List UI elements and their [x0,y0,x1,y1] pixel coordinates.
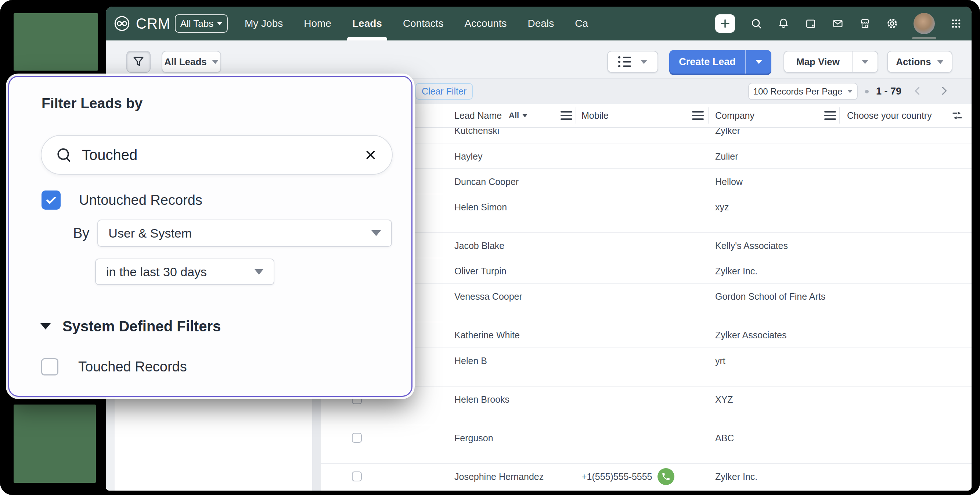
create-lead-dropdown[interactable] [746,50,772,73]
filter-panel-title: Filter Leads by [41,95,143,112]
tab-accounts[interactable]: Accounts [464,6,506,40]
column-header-lead-name[interactable]: Lead Name [454,104,502,127]
previous-page-chevron[interactable] [911,85,924,99]
tab-leads[interactable]: Leads [352,6,382,40]
row-content: Venessa Cooper Gordon School of Fine Art… [321,284,972,309]
row-content: Helen B yrt [321,348,972,374]
column-header-country[interactable]: Choose your country [847,104,932,127]
touched-checkbox[interactable] [41,358,59,375]
untouched-checkbox[interactable] [41,190,60,210]
table-row[interactable]: Jacob Blake Kelly's Associates [321,233,972,258]
company-cell: Zulier [715,144,738,169]
company-cell: Kelly's Associates [715,233,788,259]
create-lead-button[interactable]: Create Lead [669,50,746,73]
lead-name-cell[interactable]: Hayley [454,144,482,169]
lead-name-cell[interactable]: Helen B [454,348,487,374]
column-header-company[interactable]: Company [715,104,754,127]
leads-table-body: Kutchenski Zylker Hayley Zulier [321,128,972,490]
table-row[interactable]: Ferguson ABC [321,425,972,464]
column-menu-icon[interactable] [824,111,836,120]
table-row[interactable]: Helen B yrt [321,348,972,386]
chevron-down-icon [522,114,527,117]
lead-name-scope-dropdown[interactable]: All [509,104,527,127]
lead-name-cell[interactable]: Kutchenski [454,128,499,144]
records-per-page-dropdown[interactable]: 100 Records Per Page [748,83,858,100]
by-label: By [73,225,89,241]
column-header-mobile[interactable]: Mobile [581,104,609,127]
filter-funnel-button[interactable] [126,51,151,73]
table-row[interactable]: Duncan Cooper Hellow [321,169,972,194]
table-row[interactable]: Helen Simon xyz [321,194,972,233]
untouched-label: Untouched Records [79,192,202,208]
table-row[interactable]: Venessa Cooper Gordon School of Fine Art… [321,284,972,322]
module-tabs: My Jobs Home Leads Contacts Accounts Dea… [245,6,588,40]
notifications-bell-icon[interactable] [778,18,789,29]
lead-name-cell[interactable]: Katherine White [454,322,520,348]
column-menu-icon[interactable] [692,111,704,120]
tab-my-jobs[interactable]: My Jobs [245,6,283,40]
brand-title: CRM [136,16,170,32]
table-row[interactable]: Josephine Hernandez +1(555)555-5555 Zylk… [321,464,972,490]
mail-icon[interactable] [832,18,844,29]
calendar-icon[interactable] [805,18,816,29]
next-page-chevron[interactable] [938,85,950,99]
time-range-select[interactable]: in the last 30 days [95,259,274,285]
row-content: Helen Brooks XYZ [321,386,972,412]
chevron-down-icon [212,60,218,64]
by-select[interactable]: User & System [97,220,392,247]
lead-name-cell[interactable]: Ferguson [454,425,493,451]
row-checkbox[interactable] [352,433,362,443]
clear-search-icon[interactable] [363,147,378,162]
map-view-button[interactable]: Map View [784,51,853,72]
lead-name-cell[interactable]: Helen Simon [454,194,507,220]
table-row[interactable]: Katherine White Zylker Associates [321,322,972,348]
clear-filter-button[interactable]: Clear Filter [415,83,473,100]
column-menu-icon[interactable] [560,111,572,120]
filter-search-input[interactable] [81,146,355,164]
user-avatar[interactable] [913,13,935,34]
manage-columns-icon[interactable] [951,104,964,127]
actions-dropdown[interactable]: Actions [887,51,953,73]
tab-home[interactable]: Home [304,6,331,40]
table-row[interactable]: Hayley Zulier [321,144,972,169]
settings-gear-icon[interactable] [886,18,898,29]
lead-name-cell[interactable]: Helen Brooks [454,386,509,412]
marketplace-store-icon[interactable] [859,18,871,29]
company-cell: Zylker Associates [715,322,787,348]
lead-name-cell[interactable]: Venessa Cooper [454,284,522,309]
row-checkbox[interactable] [352,471,362,481]
tab-campaigns-truncated[interactable]: Ca [575,6,588,40]
section-title: System Defined Filters [62,318,221,335]
column-separator [576,107,576,124]
system-defined-filters-toggle[interactable]: System Defined Filters [40,318,221,335]
filter-leads-panel: Filter Leads by Untouched Records By Use… [8,76,412,397]
chevron-down-icon [217,22,222,26]
all-tabs-dropdown[interactable]: All Tabs [175,14,228,33]
view-selector-label: All Leads [164,56,207,68]
apps-grid-icon[interactable] [950,18,962,29]
company-cell: Zylker [715,128,740,144]
quick-create-button[interactable] [715,14,735,33]
lead-name-cell[interactable]: Oliver Turpin [454,258,506,284]
company-cell: XYZ [715,386,733,412]
column-separator [839,107,840,124]
chevron-down-icon [937,60,943,64]
table-row[interactable]: Kutchenski Zylker [321,128,972,144]
record-range: 1 - 79 [876,79,901,104]
table-row[interactable]: Helen Brooks XYZ [321,386,972,425]
lead-name-cell[interactable]: Jacob Blake [454,233,504,259]
view-selector-dropdown[interactable]: All Leads [162,51,221,73]
company-cell: Zylker Inc. [715,258,757,284]
search-icon[interactable] [751,18,762,29]
lead-name-cell[interactable]: Duncan Cooper [454,169,519,195]
tab-deals[interactable]: Deals [528,6,554,40]
filter-search-box [41,135,393,175]
company-cell: Hellow [715,169,743,195]
crm-logo-icon [114,16,130,32]
tab-contacts[interactable]: Contacts [403,6,444,40]
map-view-dropdown[interactable] [853,60,878,64]
phone-icon[interactable] [657,468,675,485]
table-row[interactable]: Oliver Turpin Zylker Inc. [321,258,972,284]
list-view-style-dropdown[interactable] [607,51,658,73]
lead-name-cell[interactable]: Josephine Hernandez [454,464,544,490]
